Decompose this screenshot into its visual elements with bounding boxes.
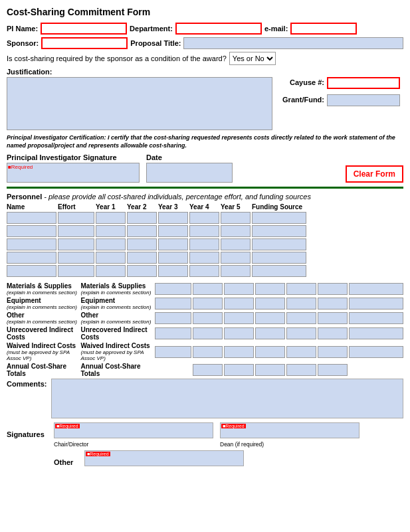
year2-input[interactable] — [127, 265, 157, 277]
year2-input[interactable] — [127, 238, 157, 250]
year3-input[interactable] — [158, 238, 188, 250]
year4-input[interactable] — [189, 225, 219, 237]
funding-cat-input[interactable] — [349, 346, 403, 358]
year2-input[interactable] — [127, 225, 157, 237]
name-input[interactable] — [7, 265, 56, 277]
year5-cat-input[interactable] — [318, 298, 348, 310]
dean-sig-field[interactable]: ■Required — [220, 422, 359, 438]
year4-cat-input[interactable] — [286, 298, 316, 310]
funding-cat-input[interactable] — [349, 283, 403, 295]
year5-cat-input[interactable] — [318, 283, 348, 295]
year2-cat-input[interactable] — [224, 283, 254, 295]
year1-input[interactable] — [96, 265, 126, 277]
year4-cat-input[interactable] — [286, 327, 316, 339]
year4-cat-input[interactable] — [286, 312, 316, 324]
funding-input[interactable] — [252, 225, 306, 237]
funding-cat-input[interactable] — [349, 327, 403, 339]
year4-cat-input[interactable] — [286, 364, 316, 376]
year1-cat-input[interactable] — [193, 298, 223, 310]
year2-input[interactable] — [127, 212, 157, 224]
year2-input[interactable] — [127, 252, 157, 264]
email-input[interactable] — [290, 23, 357, 35]
year5-input[interactable] — [221, 252, 251, 264]
effort-input[interactable] — [58, 238, 94, 250]
funding-input[interactable] — [252, 212, 306, 224]
year2-cat-input[interactable] — [224, 312, 254, 324]
year1-input[interactable] — [96, 238, 126, 250]
effort-cat-input[interactable] — [155, 298, 191, 310]
year5-input[interactable] — [221, 212, 251, 224]
date-field[interactable] — [146, 163, 233, 183]
dept-input[interactable] — [175, 23, 262, 35]
effort-cat-input[interactable] — [155, 327, 191, 339]
chair-sig-field[interactable]: ■Required — [54, 422, 213, 438]
other-sig-field[interactable]: ■Required — [84, 450, 244, 466]
cayuse-input[interactable] — [327, 77, 400, 89]
year1-cat-input[interactable] — [193, 364, 223, 376]
section-divider — [7, 187, 403, 189]
effort-input[interactable] — [58, 252, 94, 264]
year1-input[interactable] — [96, 225, 126, 237]
funding-cat-input[interactable] — [349, 312, 403, 324]
year3-input[interactable] — [158, 225, 188, 237]
clear-form-button[interactable]: Clear Form — [346, 165, 403, 183]
personnel-row — [7, 212, 403, 224]
year3-input[interactable] — [158, 212, 188, 224]
year1-cat-input[interactable] — [193, 312, 223, 324]
effort-cat-input[interactable] — [155, 283, 191, 295]
year1-input[interactable] — [96, 252, 126, 264]
funding-input[interactable] — [252, 252, 306, 264]
name-input[interactable] — [7, 252, 56, 264]
year1-cat-input[interactable] — [193, 346, 223, 358]
year5-cat-input[interactable] — [318, 327, 348, 339]
year3-cat-input[interactable] — [255, 283, 285, 295]
year2-cat-input[interactable] — [224, 298, 254, 310]
year5-cat-input[interactable] — [318, 346, 348, 358]
year5-input[interactable] — [221, 225, 251, 237]
cert-text: Principal Investigator Certification: I … — [7, 134, 403, 149]
pi-sig-field[interactable]: ■Required — [7, 163, 140, 183]
year4-cat-input[interactable] — [286, 346, 316, 358]
funding-input[interactable] — [252, 265, 306, 277]
effort-cat-input[interactable] — [155, 312, 191, 324]
effort-input[interactable] — [58, 212, 94, 224]
year3-cat-input[interactable] — [255, 327, 285, 339]
sponsor-input[interactable] — [41, 37, 128, 49]
year1-cat-input[interactable] — [193, 283, 223, 295]
pi-name-input[interactable] — [41, 23, 127, 35]
year2-cat-input[interactable] — [224, 346, 254, 358]
year5-cat-input[interactable] — [318, 312, 348, 324]
year2-cat-input[interactable] — [224, 364, 254, 376]
yes-no-select[interactable]: Yes or No Yes No — [229, 52, 276, 65]
year3-input[interactable] — [158, 252, 188, 264]
year2-cat-input[interactable] — [224, 327, 254, 339]
effort-input[interactable] — [58, 265, 94, 277]
name-input[interactable] — [7, 212, 56, 224]
cost-sharing-question: Is cost-sharing required by the sponsor … — [7, 54, 227, 62]
year5-input[interactable] — [221, 265, 251, 277]
year3-cat-input[interactable] — [255, 312, 285, 324]
year4-cat-input[interactable] — [286, 283, 316, 295]
effort-cat-input[interactable] — [155, 346, 191, 358]
effort-input[interactable] — [58, 225, 94, 237]
year4-input[interactable] — [189, 238, 219, 250]
year4-input[interactable] — [189, 252, 219, 264]
proposal-title-input[interactable] — [183, 37, 403, 49]
year3-cat-input[interactable] — [255, 364, 285, 376]
name-input[interactable] — [7, 225, 56, 237]
grant-input[interactable] — [327, 94, 400, 106]
funding-cat-input[interactable] — [349, 298, 403, 310]
year5-input[interactable] — [221, 238, 251, 250]
funding-input[interactable] — [252, 238, 306, 250]
year3-cat-input[interactable] — [255, 346, 285, 358]
year4-input[interactable] — [189, 212, 219, 224]
year4-input[interactable] — [189, 265, 219, 277]
comments-textarea[interactable] — [51, 379, 403, 418]
year1-cat-input[interactable] — [193, 327, 223, 339]
year3-input[interactable] — [158, 265, 188, 277]
year3-cat-input[interactable] — [255, 298, 285, 310]
year1-input[interactable] — [96, 212, 126, 224]
justification-textarea[interactable] — [7, 77, 272, 130]
name-input[interactable] — [7, 238, 56, 250]
year5-cat-input[interactable] — [318, 364, 348, 376]
